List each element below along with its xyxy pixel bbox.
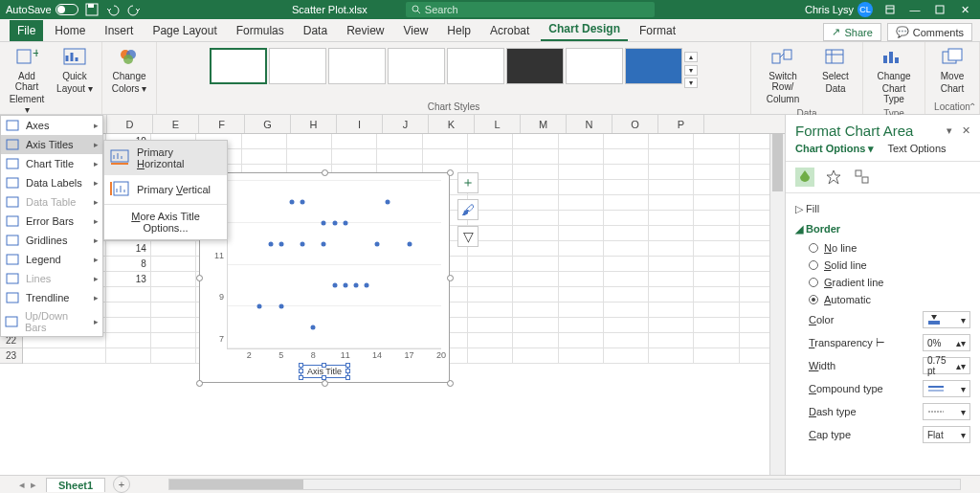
svg-rect-30 [7,197,18,207]
svg-rect-17 [784,50,791,59]
sheet-tab-sheet1[interactable]: Sheet1 [46,478,105,492]
fill-line-icon[interactable] [795,168,814,187]
search-input[interactable]: Search [406,2,655,17]
x-axis-title[interactable]: Axis Title [301,365,348,378]
transparency-row[interactable]: Transparency ⊢0%▴▾ [795,331,970,354]
primary-vertical-item[interactable]: Primary Vertical [104,175,227,204]
no-line-radio[interactable]: No line [795,239,970,257]
svg-rect-36 [6,317,17,326]
switch-row-column-button[interactable]: Switch Row/Column [757,44,809,106]
undo-icon[interactable] [105,2,121,17]
avatar: CL [858,2,873,17]
tab-review[interactable]: Review [339,20,391,41]
chart-options-tab[interactable]: Chart Options ▾ [795,143,874,155]
svg-rect-16 [772,54,780,63]
chart-elements-button[interactable]: ＋ [457,172,479,193]
add-chart-element-button[interactable]: + Add ChartElement ▾ [6,44,48,117]
svg-rect-32 [7,235,18,245]
axis-titles-submenu: Primary Horizontal Primary Vertical More… [103,140,228,240]
comments-button[interactable]: 💬Comments [887,23,972,41]
dash-type-row[interactable]: Dash type▾ [795,400,970,423]
autosave-toggle[interactable]: AutoSave [6,4,78,15]
automatic-radio[interactable]: Automatic [795,291,970,308]
select-data-button[interactable]: SelectData [814,44,857,96]
compound-type-row[interactable]: Compound type▾ [795,377,970,400]
vertical-scrollbar[interactable] [769,115,785,475]
gradient-line-radio[interactable]: Gradient line [795,274,970,291]
chart-styles-button[interactable]: 🖌 [457,199,479,220]
gallery-scroll[interactable]: ▴▾▾ [684,52,698,88]
svg-rect-4 [886,6,894,13]
svg-text:+: + [33,48,38,60]
collapse-ribbon-icon[interactable]: ⌃ [969,101,976,112]
fill-section[interactable]: ▷ Fill [795,203,819,214]
tab-help[interactable]: Help [439,20,479,41]
plot-area[interactable]: 7911131525811141720 [227,181,441,349]
text-options-tab[interactable]: Text Options [887,143,946,155]
sheet-nav-next[interactable]: ▸ [31,479,36,491]
add-chart-element-menu: Axes▸Axis Titles▸Chart Title▸Data Labels… [0,115,103,337]
column-headers[interactable]: D E F G H I J K L M N O P [0,115,785,134]
pane-close-icon[interactable]: ✕ [962,124,970,137]
tab-data[interactable]: Data [296,20,335,41]
menu-item-chart-title[interactable]: Chart Title▸ [1,154,102,173]
tab-home[interactable]: Home [47,20,93,41]
menu-item-axes[interactable]: Axes▸ [1,116,102,135]
tab-page-layout[interactable]: Page Layout [145,20,224,41]
menu-item-data-labels[interactable]: Data Labels▸ [1,173,102,192]
save-icon[interactable] [84,2,100,17]
primary-horizontal-item[interactable]: Primary Horizontal [104,141,227,175]
svg-rect-34 [7,274,18,283]
ribbon-display-icon[interactable] [882,2,898,17]
color-row[interactable]: Color▾ [795,308,970,331]
tab-chart-design[interactable]: Chart Design [541,18,628,41]
tab-formulas[interactable]: Formulas [229,20,292,41]
move-chart-button[interactable]: MoveChart [931,44,973,96]
effects-icon[interactable] [824,168,843,187]
sheet-nav-prev[interactable]: ◂ [19,479,25,491]
cap-type-row[interactable]: Cap typeFlat▾ [795,423,970,446]
quick-layout-button[interactable]: QuickLayout ▾ [54,44,96,96]
svg-rect-50 [928,321,940,325]
menu-item-up-down-bars: Up/Down Bars▸ [1,307,102,336]
tab-view[interactable]: View [396,20,436,41]
close-icon[interactable]: ✕ [957,2,972,17]
group-label-styles: Chart Styles [428,100,479,114]
menu-item-axis-titles[interactable]: Axis Titles▸ [1,135,102,154]
size-props-icon[interactable] [853,168,872,187]
minimize-icon[interactable]: — [907,2,923,17]
solid-line-radio[interactable]: Solid line [795,257,970,274]
change-colors-button[interactable]: ChangeColors ▾ [108,44,150,96]
svg-rect-25 [948,49,962,60]
svg-rect-1 [88,4,94,8]
menu-item-legend[interactable]: Legend▸ [1,250,102,269]
change-chart-type-button[interactable]: ChangeChart Type [869,44,919,106]
tab-file[interactable]: File [10,20,43,41]
tab-format[interactable]: Format [632,20,683,41]
menu-item-data-table: Data Table▸ [1,192,102,212]
more-axis-title-options[interactable]: More Axis Title Options... [104,205,227,239]
border-section[interactable]: ◢ Border [795,223,840,235]
tab-acrobat[interactable]: Acrobat [482,20,537,41]
svg-rect-26 [7,121,18,130]
redo-icon[interactable] [126,2,142,17]
menu-item-trendline[interactable]: Trendline▸ [1,288,102,307]
pane-options-icon[interactable]: ▾ [947,124,952,137]
horizontal-scrollbar[interactable] [168,479,961,490]
chart-filters-button[interactable]: ▽ [457,226,479,247]
tab-insert[interactable]: Insert [97,20,141,41]
add-sheet-button[interactable]: + [113,476,130,493]
share-button[interactable]: ↗Share [823,23,880,41]
user-account[interactable]: Chris Lysy CL [805,2,873,17]
width-row[interactable]: Width0.75 pt▴▾ [795,354,970,377]
worksheet-area: D E F G H I J K L M N O P 91011121314151… [0,115,980,475]
maximize-icon[interactable] [932,2,947,17]
chart-styles-gallery[interactable]: ▴▾▾ [210,44,698,88]
ribbon: + Add ChartElement ▾ QuickLayout ▾ Chang… [0,42,980,115]
menu-item-gridlines[interactable]: Gridlines▸ [1,231,102,250]
menu-item-lines: Lines▸ [1,269,102,288]
svg-rect-29 [7,178,18,188]
menu-item-error-bars[interactable]: Error Bars▸ [1,212,102,231]
scatter-chart[interactable]: 7911131525811141720 Axis Title [199,172,450,383]
svg-rect-6 [936,6,944,13]
